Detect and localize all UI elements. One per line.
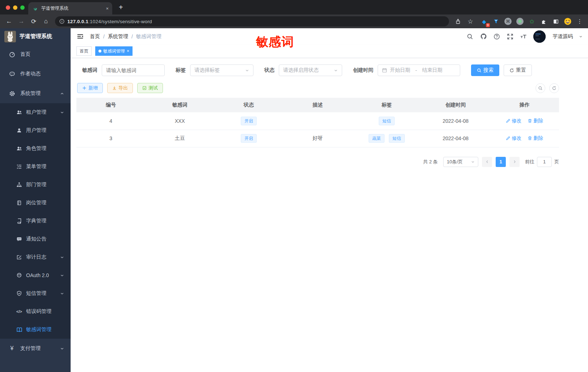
search-icon[interactable] (466, 33, 474, 40)
tab-sensitive-word[interactable]: 敏感词管理 × (95, 46, 133, 56)
sidebar-item-pay[interactable]: ¥ 支付管理 (0, 339, 71, 358)
edit-label: 修改 (512, 118, 521, 124)
search-button[interactable]: 搜索 (471, 64, 499, 76)
export-button[interactable]: 导出 (107, 83, 133, 93)
sidebar-item-label: 租户管理 (26, 109, 46, 116)
add-button[interactable]: 新增 (77, 83, 103, 93)
refresh-table-icon[interactable] (549, 83, 559, 93)
fullscreen-icon[interactable] (507, 33, 514, 40)
test-button[interactable]: 测试 (137, 83, 163, 93)
date-start-placeholder: 开始日期 (390, 67, 410, 74)
edit-link[interactable]: 修改 (506, 135, 521, 142)
browser-menu-icon[interactable]: ⋮ (575, 17, 584, 26)
maximize-window-button[interactable] (20, 5, 25, 10)
reset-button[interactable]: 重置 (504, 64, 532, 76)
close-tab-icon[interactable]: × (127, 49, 129, 54)
tab-label: 敏感词管理 (103, 48, 125, 54)
favicon-plant-icon (32, 5, 38, 12)
sidebar-item-author-news[interactable]: 作者动态 (0, 64, 71, 84)
sidebar-item-dict[interactable]: 字典管理 (0, 212, 71, 230)
sidebar-item-sms[interactable]: 短信管理 (0, 284, 71, 302)
ext-sidepanel-icon[interactable] (551, 17, 560, 26)
delete-link[interactable]: 删除 (528, 118, 543, 124)
breadcrumb-system[interactable]: 系统管理 (108, 33, 128, 40)
status-select[interactable]: 请选择启用状态 (279, 64, 342, 76)
menu-tree-icon (16, 163, 22, 170)
sidebar-item-oauth[interactable]: OAuth 2.0 (0, 266, 71, 284)
ext-star-icon[interactable]: ✩ (527, 17, 537, 26)
goto-page-input[interactable] (537, 157, 552, 167)
ext-record-icon[interactable] (515, 17, 525, 26)
bookmark-star-icon[interactable]: ☆ (465, 16, 476, 26)
cell-description: 好呀 (283, 130, 352, 147)
sidebar-item-label: 菜单管理 (26, 163, 46, 170)
back-icon[interactable]: ← (4, 16, 14, 26)
refresh-search-icon[interactable] (536, 83, 545, 93)
cell-status: 开启 (214, 112, 283, 130)
sidebar-item-system[interactable]: 系统管理 (0, 84, 71, 103)
goto-label: 前往 (525, 159, 534, 165)
sidebar-item-dept[interactable]: 部门管理 (0, 176, 71, 194)
site-info-icon[interactable] (59, 19, 64, 24)
font-size-icon[interactable] (520, 33, 527, 40)
extension-badge: 9 (486, 23, 490, 27)
date-range-picker[interactable]: 开始日期 - 结束日期 (378, 64, 460, 76)
diamond-glyph: ◆ (482, 18, 486, 24)
oauth-icon (16, 272, 22, 279)
prev-page-button[interactable] (482, 157, 492, 167)
keyword-input[interactable] (102, 64, 165, 76)
ext-command-icon[interactable]: ⌘ (503, 17, 513, 26)
tag-select[interactable]: 请选择标签 (190, 64, 253, 76)
sidebar-item-user[interactable]: 用户管理 (0, 121, 71, 139)
dashboard-icon (9, 51, 15, 58)
sidebar-item-label: 部门管理 (26, 181, 46, 188)
github-icon[interactable] (480, 33, 487, 40)
sidebar-logo[interactable]: 芋道管理系统 (0, 28, 71, 45)
status-badge: 开启 (241, 134, 257, 143)
next-page-button[interactable] (509, 157, 520, 167)
collapse-sidebar-icon[interactable] (76, 33, 84, 41)
close-tab-icon[interactable]: × (106, 6, 109, 11)
sidebar-item-notice[interactable]: 通知公告 (0, 230, 71, 248)
share-icon[interactable] (453, 16, 463, 26)
browser-tab[interactable]: 芋道管理系统 × (28, 2, 112, 14)
tab-home[interactable]: 首页 (76, 46, 92, 56)
ext-puzzle-icon[interactable] (539, 17, 549, 26)
chevron-down-icon[interactable] (579, 35, 583, 38)
reload-icon[interactable]: ⟳ (28, 16, 39, 26)
sidebar-item-post[interactable]: 岗位管理 (0, 194, 71, 212)
username-text[interactable]: 芋道源码 (553, 33, 573, 40)
sidebar-item-sensitive-word[interactable]: 敏感词管理 (0, 321, 71, 339)
user-avatar[interactable] (533, 30, 546, 43)
ext-diamond-icon[interactable]: ◆ 9 (479, 17, 489, 26)
page-size-value: 10条/页 (447, 159, 463, 165)
record-circle (516, 18, 524, 25)
sidebar-item-audit-log[interactable]: 审计日志 (0, 248, 71, 266)
minimize-window-button[interactable] (13, 5, 17, 10)
ext-funnel-icon[interactable] (491, 17, 501, 26)
sidebar-item-role[interactable]: 角色管理 (0, 139, 71, 158)
status-placeholder: 请选择启用状态 (283, 67, 319, 74)
edit-link[interactable]: 修改 (506, 118, 521, 124)
cell-create-time: 2022-04-08 (421, 112, 490, 130)
ext-emoji-avatar-icon[interactable] (563, 17, 572, 26)
forward-icon[interactable]: → (16, 16, 27, 26)
pay-icon: ¥ (9, 345, 15, 352)
dict-icon (16, 218, 22, 224)
total-count: 共 2 条 (423, 159, 438, 165)
sidebar-item-menu[interactable]: 菜单管理 (0, 158, 71, 176)
sidebar-item-home[interactable]: 首页 (0, 45, 71, 64)
address-bar[interactable]: 127.0.0.1:1024/system/sensitive-word (55, 16, 449, 26)
sidebar-item-tenant[interactable]: 租户管理 (0, 103, 71, 121)
home-icon[interactable]: ⌂ (41, 16, 51, 26)
new-tab-button[interactable]: + (119, 2, 123, 12)
page-size-select[interactable]: 10条/页 (443, 157, 478, 167)
sidebar-item-errcode[interactable]: </> 错误码管理 (0, 302, 71, 321)
help-icon[interactable] (493, 33, 500, 40)
url-text: 127.0.0.1:1024/system/sensitive-word (67, 19, 152, 24)
reset-button-label: 重置 (516, 67, 526, 74)
breadcrumb-home[interactable]: 首页 (90, 33, 100, 40)
delete-link[interactable]: 删除 (528, 135, 543, 142)
page-number-button[interactable]: 1 (496, 157, 506, 167)
close-window-button[interactable] (6, 5, 10, 10)
